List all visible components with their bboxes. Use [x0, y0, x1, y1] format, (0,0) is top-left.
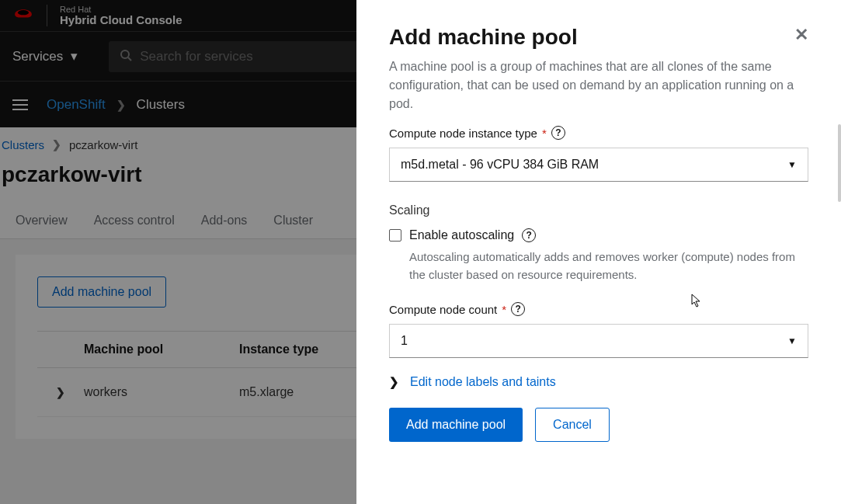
- autoscaling-row: Enable autoscaling ?: [389, 228, 808, 242]
- caret-down-icon: ▼: [787, 335, 797, 346]
- scrollbar[interactable]: [838, 124, 841, 202]
- node-count-label: Compute node count * ?: [389, 302, 808, 316]
- cancel-button[interactable]: Cancel: [535, 408, 610, 442]
- instance-type-label-text: Compute node instance type: [389, 127, 537, 140]
- edit-labels-taints-label: Edit node labels and taints: [410, 375, 556, 389]
- edit-labels-taints-toggle[interactable]: ❯ Edit node labels and taints: [389, 375, 808, 389]
- modal-title: Add machine pool: [389, 25, 578, 50]
- node-count-select[interactable]: 1 ▼: [389, 324, 808, 358]
- close-icon[interactable]: ✕: [794, 25, 808, 45]
- modal-description: A machine pool is a group of machines th…: [389, 57, 808, 113]
- add-machine-pool-modal: Add machine pool ✕ A machine pool is a g…: [356, 0, 841, 504]
- required-star-icon: *: [502, 303, 506, 316]
- help-icon[interactable]: ?: [522, 228, 536, 242]
- help-icon[interactable]: ?: [551, 126, 565, 140]
- submit-button[interactable]: Add machine pool: [389, 408, 523, 442]
- instance-type-label: Compute node instance type * ?: [389, 126, 808, 140]
- help-icon[interactable]: ?: [511, 302, 525, 316]
- modal-actions: Add machine pool Cancel: [389, 408, 808, 442]
- required-star-icon: *: [542, 127, 547, 140]
- node-count-value: 1: [401, 334, 408, 348]
- node-count-label-text: Compute node count: [389, 303, 497, 316]
- scaling-heading: Scaling: [389, 203, 808, 217]
- autoscaling-help-text: Autoscaling automatically adds and remov…: [409, 249, 808, 283]
- instance-type-value: m5d.metal - 96 vCPU 384 GiB RAM: [401, 158, 599, 172]
- chevron-right-icon: ❯: [389, 375, 399, 389]
- instance-type-select[interactable]: m5d.metal - 96 vCPU 384 GiB RAM ▼: [389, 148, 808, 182]
- autoscaling-checkbox[interactable]: [389, 229, 401, 242]
- autoscaling-label: Enable autoscaling: [409, 228, 514, 242]
- caret-down-icon: ▼: [787, 159, 797, 170]
